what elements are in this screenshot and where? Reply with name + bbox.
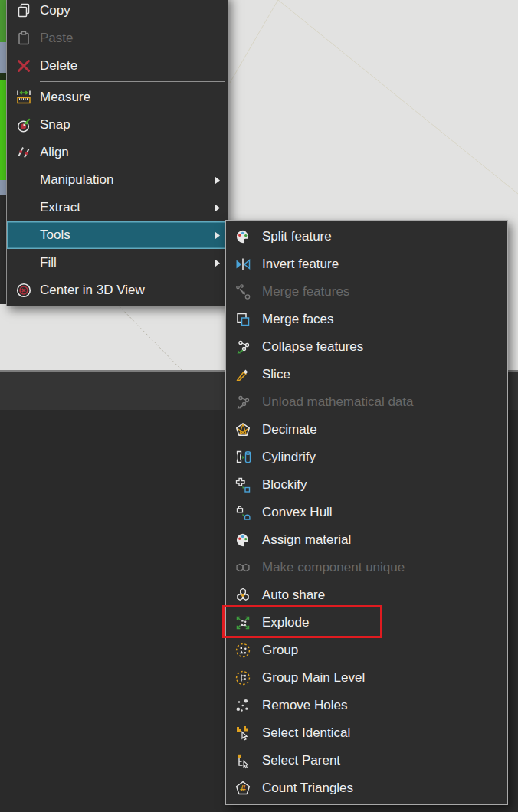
submenu-item-explode[interactable]: Explode — [226, 609, 507, 637]
submenu-item-assign-material[interactable]: Assign material — [226, 526, 507, 554]
submenu-item-merge-faces[interactable]: Merge faces — [226, 306, 507, 333]
submenu-item-group-main-level[interactable]: Group Main Level — [226, 664, 507, 692]
blockify-icon — [233, 476, 253, 493]
palette-icon — [233, 532, 253, 548]
submenu-item-label: Convex Hull — [262, 505, 333, 520]
submenu-item-blockify[interactable]: Blockify — [226, 471, 507, 499]
submenu-item-label: Collapse features — [262, 339, 363, 355]
submenu-item-invert-feature[interactable]: Invert feature — [226, 250, 507, 278]
panel-edge-segment — [0, 73, 6, 80]
menu-item-center-in-3d-view[interactable]: Center in 3D View — [7, 277, 228, 304]
cylindrify-icon — [233, 449, 253, 466]
submenu-item-select-parent[interactable]: Select Parent — [226, 747, 507, 774]
auto-share-icon — [233, 587, 253, 604]
submenu-item-label: Select Parent — [262, 753, 340, 768]
submenu-item-label: Remove Holes — [262, 698, 348, 713]
menu-item-fill[interactable]: Fill — [7, 249, 228, 277]
submenu-item-label: Count Triangles — [262, 781, 353, 796]
submenu-item-label: Group — [262, 643, 298, 658]
unload-icon — [233, 394, 253, 411]
submenu-item-label: Slice — [262, 367, 290, 382]
menu-item-copy[interactable]: Copy — [7, 0, 228, 25]
submenu-item-label: Cylindrify — [262, 450, 316, 465]
svg-text:#: # — [239, 784, 246, 794]
submenu-item-label: Assign material — [262, 532, 351, 548]
submenu-item-auto-share[interactable]: Auto share — [226, 581, 507, 609]
submenu-arrow-icon — [215, 204, 221, 212]
menu-item-delete[interactable]: Delete — [7, 52, 228, 80]
tools-submenu: Split feature Invert feature Merge featu… — [225, 220, 508, 805]
submenu-item-collapse-features[interactable]: Collapse features — [226, 333, 507, 361]
submenu-item-label: Decimate — [262, 422, 317, 437]
submenu-item-label: Invert feature — [262, 257, 339, 272]
center-3d-icon — [14, 282, 34, 299]
menu-item-snap[interactable]: Snap — [7, 111, 228, 139]
submenu-item-label: Make component unique — [262, 560, 405, 575]
panel-edge-segment — [0, 195, 6, 304]
select-parent-icon — [233, 752, 253, 769]
submenu-item-decimate[interactable]: Decimate — [226, 416, 507, 444]
menu-item-tools[interactable]: Tools — [7, 221, 228, 249]
menu-item-label: Snap — [40, 117, 70, 133]
panel-edge-segment — [0, 0, 6, 42]
merge-features-icon — [233, 283, 253, 300]
submenu-item-unload-mathematical-data: Unload mathematical data — [226, 388, 507, 416]
menu-item-label: Tools — [40, 228, 70, 243]
menu-item-label: Manipulation — [40, 172, 113, 188]
submenu-item-label: Auto share — [262, 588, 325, 603]
menu-item-extract[interactable]: Extract — [7, 194, 228, 221]
submenu-item-merge-features: Merge features — [226, 278, 507, 306]
submenu-item-label: Select Identical — [262, 725, 350, 741]
menu-item-label: Delete — [40, 58, 77, 74]
submenu-item-select-identical[interactable]: Select Identical — [226, 719, 507, 747]
group-main-icon — [233, 670, 253, 686]
collapse-icon — [233, 339, 253, 355]
submenu-item-label: Blockify — [262, 477, 307, 493]
submenu-item-split-feature[interactable]: Split feature — [226, 223, 507, 250]
submenu-item-label: Explode — [262, 615, 309, 630]
count-triangles-icon: # — [233, 780, 253, 797]
menu-item-measure[interactable]: Measure — [7, 83, 228, 111]
submenu-arrow-icon — [215, 231, 221, 240]
submenu-item-label: Split feature — [262, 229, 332, 244]
menu-item-align[interactable]: Align — [7, 139, 228, 166]
align-icon — [14, 144, 34, 161]
context-menu: Copy Paste Delete Measure — [6, 0, 228, 306]
submenu-item-make-component-unique: Make component unique — [226, 554, 507, 581]
measure-icon — [14, 89, 34, 106]
submenu-item-label: Merge features — [262, 284, 349, 300]
menu-item-label: Align — [40, 145, 69, 160]
paste-icon — [14, 30, 34, 47]
submenu-item-count-triangles[interactable]: # Count Triangles — [226, 774, 507, 802]
submenu-item-label: Unload mathematical data — [262, 395, 414, 410]
submenu-arrow-icon — [215, 176, 221, 185]
select-identical-icon — [233, 725, 253, 742]
menu-item-label: Copy — [40, 3, 70, 18]
unique-icon — [233, 559, 253, 576]
menu-separator — [40, 81, 225, 82]
remove-holes-icon — [233, 697, 253, 714]
convex-hull-icon — [233, 504, 253, 521]
group-icon — [233, 642, 253, 659]
submenu-item-slice[interactable]: Slice — [226, 361, 507, 388]
copy-icon — [14, 2, 34, 19]
menu-item-label: Extract — [40, 200, 80, 215]
submenu-item-cylindrify[interactable]: Cylindrify — [226, 444, 507, 471]
menu-item-label: Measure — [40, 90, 90, 105]
menu-item-label: Fill — [40, 255, 57, 270]
submenu-item-convex-hull[interactable]: Convex Hull — [226, 499, 507, 526]
menu-item-manipulation[interactable]: Manipulation — [7, 166, 228, 194]
explode-icon — [233, 614, 253, 631]
panel-edge-segment — [0, 42, 6, 73]
merge-faces-icon — [233, 311, 253, 328]
submenu-arrow-icon — [215, 259, 221, 267]
invert-icon — [233, 256, 253, 273]
palette-icon — [233, 228, 253, 245]
submenu-item-group[interactable]: Group — [226, 637, 507, 664]
submenu-item-remove-holes[interactable]: Remove Holes — [226, 692, 507, 719]
slice-icon — [233, 366, 253, 383]
snap-icon — [14, 116, 34, 133]
menu-item-label: Paste — [40, 31, 73, 46]
submenu-item-label: Merge faces — [262, 312, 334, 327]
menu-item-paste: Paste — [7, 25, 228, 52]
